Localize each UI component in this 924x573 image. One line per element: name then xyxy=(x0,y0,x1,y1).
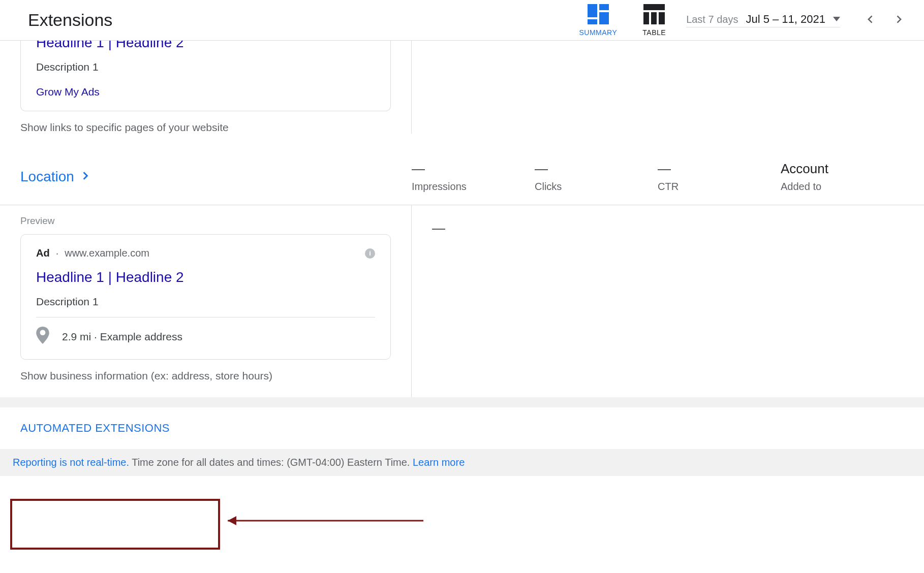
location-section-header: Location — Impressions — Clicks — CTR xyxy=(0,149,924,205)
metric-body-dash: — xyxy=(432,220,904,236)
info-icon[interactable]: i xyxy=(365,248,375,259)
chevron-right-icon xyxy=(80,171,90,183)
location-title-area[interactable]: Location xyxy=(20,169,412,185)
ad-sitelink: Grow My Ads xyxy=(36,86,375,98)
footer-learn-more-link[interactable]: Learn more xyxy=(413,457,465,468)
svg-rect-7 xyxy=(659,12,665,24)
ad-distance: 2.9 mi xyxy=(62,331,91,342)
metric-impressions: — Impressions xyxy=(412,161,535,193)
svg-rect-6 xyxy=(651,12,657,24)
header-right: SUMMARY TABLE Last 7 days Jul 5 – 11, 20… xyxy=(579,4,904,37)
location-pin-icon xyxy=(36,327,49,346)
metric-clicks: — Clicks xyxy=(535,161,658,193)
sitelink-section-partial: Headline 1 | Headline 2 Description 1 Gr… xyxy=(0,41,924,149)
main-content: Headline 1 | Headline 2 Description 1 Gr… xyxy=(0,41,924,476)
footer-text: Time zone for all dates and times: (GMT-… xyxy=(129,457,413,468)
dropdown-arrow-icon xyxy=(833,15,840,23)
view-tabs: SUMMARY TABLE xyxy=(579,4,666,37)
location-section: Location — Impressions — Clicks — CTR xyxy=(0,149,924,397)
svg-rect-2 xyxy=(588,19,597,24)
footer-reporting-link[interactable]: Reporting is not real-time. xyxy=(13,457,129,468)
metric-added-to-label: Added to xyxy=(781,181,904,193)
ad-location-row: 2.9 mi · Example address xyxy=(36,327,375,346)
svg-rect-1 xyxy=(599,4,609,10)
ad-description: Description 1 xyxy=(36,61,375,73)
svg-rect-0 xyxy=(588,4,597,17)
prev-arrow-icon[interactable] xyxy=(866,14,876,26)
location-title: Location xyxy=(20,169,74,185)
ad-divider xyxy=(36,317,375,317)
metric-added-to-value: Account xyxy=(781,161,904,177)
sitelink-preview-col: Headline 1 | Headline 2 Description 1 Gr… xyxy=(20,41,412,134)
ad-headline: Headline 1 | Headline 2 xyxy=(36,269,375,285)
ad-description-location: Description 1 xyxy=(36,296,375,308)
location-section-body: Preview Ad · www.example.com i Headline … xyxy=(0,205,924,397)
page-header: Extensions SUMMARY TABLE xyxy=(0,0,924,41)
automated-extensions-link[interactable]: AUTOMATED EXTENSIONS xyxy=(20,422,170,434)
ad-dot-separator: · xyxy=(56,247,59,259)
ad-url: www.example.com xyxy=(65,247,149,259)
metric-impressions-label: Impressions xyxy=(412,181,535,193)
svg-rect-5 xyxy=(643,12,649,24)
tab-table-label: TABLE xyxy=(642,28,666,37)
annotation-highlight-box xyxy=(10,499,220,550)
ad-location-text: 2.9 mi · Example address xyxy=(62,331,182,343)
date-range-picker[interactable]: Last 7 days Jul 5 – 11, 2021 xyxy=(686,13,840,27)
ad-badge-row: Ad · www.example.com xyxy=(36,247,149,259)
location-ad-card: Ad · www.example.com i Headline 1 | Head… xyxy=(20,234,391,360)
ad-location-sep: · xyxy=(94,331,100,342)
metric-clicks-label: Clicks xyxy=(535,181,658,193)
ad-top-row: Ad · www.example.com i xyxy=(36,247,375,259)
automated-extensions-section: AUTOMATED EXTENSIONS xyxy=(0,407,924,449)
tab-table[interactable]: TABLE xyxy=(642,4,666,37)
metric-impressions-value: — xyxy=(412,161,535,177)
location-hint: Show business information (ex: address, … xyxy=(20,370,391,382)
summary-icon xyxy=(588,4,609,24)
date-range-value: Jul 5 – 11, 2021 xyxy=(746,13,825,26)
table-icon xyxy=(643,4,665,24)
sitelink-hint: Show links to specific pages of your web… xyxy=(20,121,391,134)
sitelink-metrics-col xyxy=(412,41,904,134)
metric-added-to: Account Added to xyxy=(781,161,904,193)
metric-ctr: — CTR xyxy=(658,161,781,193)
location-metrics-body: — xyxy=(412,205,924,397)
metric-ctr-value: — xyxy=(658,161,781,177)
svg-rect-3 xyxy=(599,12,609,24)
date-nav-arrows xyxy=(866,14,904,26)
page-title: Extensions xyxy=(28,10,112,30)
ad-badge: Ad xyxy=(36,247,50,259)
annotation-arrow xyxy=(220,513,423,528)
date-range-label: Last 7 days xyxy=(686,14,738,25)
tab-summary[interactable]: SUMMARY xyxy=(579,4,618,37)
ad-headline-truncated: Headline 1 | Headline 2 xyxy=(36,41,375,51)
ad-address: Example address xyxy=(100,331,182,342)
metric-clicks-value: — xyxy=(535,161,658,177)
svg-rect-4 xyxy=(643,4,665,10)
location-preview-col: Preview Ad · www.example.com i Headline … xyxy=(0,205,412,397)
next-arrow-icon[interactable] xyxy=(894,14,904,26)
metric-ctr-label: CTR xyxy=(658,181,781,193)
tab-summary-label: SUMMARY xyxy=(579,28,618,37)
preview-label: Preview xyxy=(20,215,391,227)
location-metrics-header: — Impressions — Clicks — CTR Account Add… xyxy=(412,161,904,193)
sitelink-ad-card: Headline 1 | Headline 2 Description 1 Gr… xyxy=(20,41,391,111)
footer-note: Reporting is not real-time. Time zone fo… xyxy=(0,449,924,476)
